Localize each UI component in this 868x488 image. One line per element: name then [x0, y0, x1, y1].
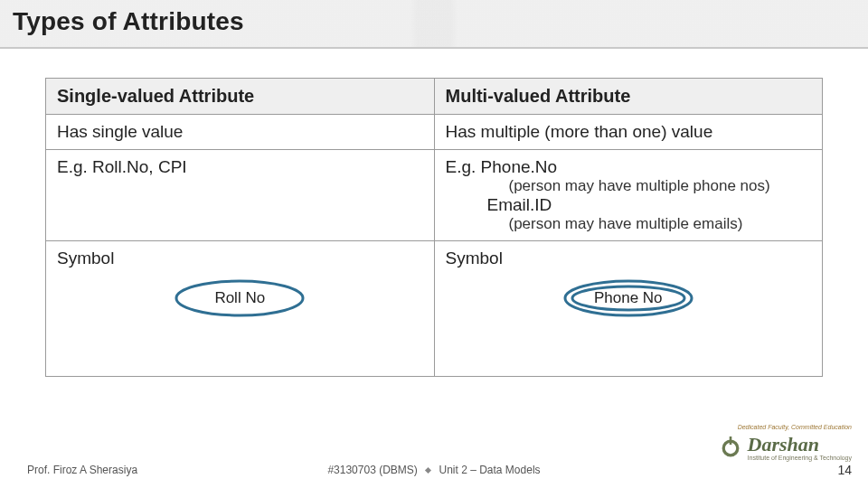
example-line: Email.ID	[446, 195, 812, 215]
cell-single-symbol: Symbol Roll No	[46, 241, 435, 377]
symbol-label: Symbol	[446, 249, 812, 268]
cell-multi-desc: Has multiple (more than one) value	[434, 115, 823, 150]
example-note: (person may have multiple phone nos)	[446, 177, 812, 195]
cell-single-example: E.g. Roll.No, CPI	[46, 150, 435, 241]
table-row: Symbol Roll No Symbol	[46, 241, 823, 377]
logo-name: Darshan	[748, 433, 819, 455]
example-line: E.g. Phone.No	[446, 157, 812, 177]
single-valued-ellipse: Roll No	[172, 277, 307, 319]
footer-course-code: #3130703 (DBMS)	[327, 464, 417, 476]
ellipse-text: Phone No	[561, 277, 696, 319]
cell-multi-symbol: Symbol Phone No	[434, 241, 823, 377]
cell-single-desc: Has single value	[46, 115, 435, 150]
table-row: E.g. Roll.No, CPI E.g. Phone.No (person …	[46, 150, 823, 241]
header-single-valued: Single-valued Attribute	[46, 79, 435, 115]
multi-valued-ellipse: Phone No	[561, 277, 696, 319]
content-area: Single-valued Attribute Multi-valued Att…	[0, 49, 868, 377]
symbol-wrap: Roll No	[46, 277, 434, 324]
footer-center: #3130703 (DBMS) Unit 2 – Data Models	[0, 464, 868, 476]
footer-unit: Unit 2 – Data Models	[439, 464, 541, 476]
logo-tagline: Dedicated Faculty, Committed Education	[738, 424, 852, 430]
header-multi-valued: Multi-valued Attribute	[434, 79, 823, 115]
slide-title: Types of Attributes	[13, 7, 855, 36]
table-row: Has single value Has multiple (more than…	[46, 115, 823, 150]
ellipse-text: Roll No	[172, 277, 307, 319]
title-bar: Types of Attributes	[0, 0, 868, 49]
diamond-separator-icon	[425, 467, 431, 474]
comparison-table: Single-valued Attribute Multi-valued Att…	[45, 78, 823, 377]
cell-multi-example: E.g. Phone.No (person may have multiple …	[434, 150, 823, 241]
svg-rect-4	[729, 436, 731, 445]
example-note: (person may have multiple emails)	[446, 215, 812, 233]
symbol-wrap: Phone No	[435, 277, 823, 324]
table-header-row: Single-valued Attribute Multi-valued Att…	[46, 79, 823, 115]
symbol-label: Symbol	[57, 249, 423, 268]
footer: Prof. Firoz A Sherasiya #3130703 (DBMS) …	[0, 455, 868, 488]
slide: Types of Attributes Single-valued Attrib…	[0, 0, 868, 488]
